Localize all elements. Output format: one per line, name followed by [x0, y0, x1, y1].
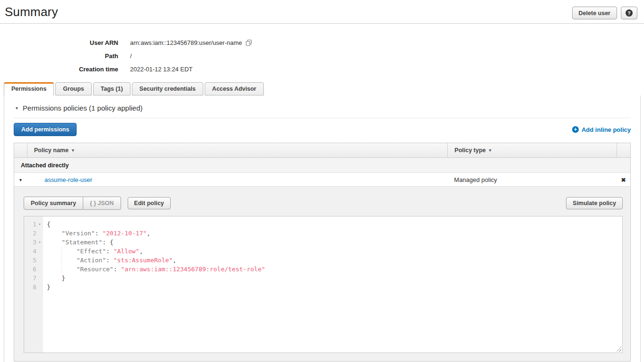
policy-name-link[interactable]: assume-role-user	[44, 176, 92, 183]
policy-type-cell: Managed policy	[447, 176, 617, 183]
line-number: 2	[24, 229, 43, 238]
json-view-button[interactable]: { } JSON	[83, 197, 121, 210]
delete-user-button[interactable]: Delete user	[572, 7, 617, 19]
policy-summary-button[interactable]: Policy summary	[24, 197, 83, 210]
policy-table: Policy name ▾ Policy type ▾ Attached dir…	[14, 143, 631, 362]
user-info-section: User ARN arn:aws:iam::123456789:user/use…	[0, 24, 644, 82]
line-number: 5	[24, 256, 43, 265]
help-button[interactable]: ?	[621, 7, 637, 19]
path-label: Path	[0, 52, 118, 60]
code-line: }	[47, 283, 622, 292]
page-header: Summary Delete user ?	[0, 0, 644, 23]
policy-detail-panel: Policy summary { } JSON Edit policy Simu…	[14, 187, 630, 362]
add-inline-policy-link[interactable]: + Add inline policy	[572, 126, 631, 133]
permissions-tab-panel: ▾ Permissions policies (1 policy applied…	[4, 95, 641, 362]
user-arn-value: arn:aws:iam::123456789:user/user-name	[130, 39, 252, 46]
line-number: 3▾	[24, 238, 43, 247]
policy-actions-cell: ✖	[617, 176, 630, 183]
sort-caret-icon: ▾	[72, 148, 74, 153]
line-number: 4	[24, 247, 43, 256]
column-header-policy-type[interactable]: Policy type ▾	[447, 143, 617, 157]
code-line: {	[47, 220, 622, 229]
header-actions: Delete user ?	[572, 7, 637, 19]
editor-code: { "Version": "2012-10-17", "Statement": …	[43, 216, 622, 353]
path-value: /	[130, 52, 132, 60]
plus-circle-icon: +	[572, 126, 579, 133]
policy-name-cell: assume-role-user	[27, 176, 447, 183]
editor-gutter: 1▾23▾45678	[24, 216, 43, 353]
info-row-user-arn: User ARN arn:aws:iam::123456789:user/use…	[0, 36, 644, 49]
fold-caret-icon[interactable]: ▾	[36, 220, 43, 229]
policy-table-header: Policy name ▾ Policy type ▾	[14, 143, 630, 158]
creation-time-value: 2022-01-12 13:24 EDT	[130, 66, 192, 73]
expander-column-header	[14, 143, 27, 157]
line-number: 6	[24, 265, 43, 274]
sort-caret-icon: ▾	[489, 148, 491, 153]
creation-time-label: Creation time	[0, 66, 118, 73]
permissions-policies-section-header[interactable]: ▾ Permissions policies (1 policy applied…	[14, 95, 631, 118]
actions-column-header	[617, 143, 630, 157]
copy-icon[interactable]	[245, 39, 252, 46]
section-heading-label: Permissions policies (1 policy applied)	[23, 104, 142, 112]
code-line: "Effect": "Allow",	[47, 247, 622, 256]
info-row-creation-time: Creation time 2022-01-12 13:24 EDT	[0, 62, 644, 76]
user-arn-label: User ARN	[0, 39, 118, 46]
fold-caret-icon[interactable]: ▾	[36, 238, 43, 247]
tab-access-advisor[interactable]: Access Advisor	[205, 82, 264, 95]
tab-groups[interactable]: Groups	[55, 82, 91, 95]
tab-security-credentials[interactable]: Security credentials	[132, 82, 203, 95]
code-line: "Resource": "arn:aws:iam::123456789:role…	[47, 265, 622, 274]
column-header-policy-name[interactable]: Policy name ▾	[27, 143, 447, 157]
code-line: "Statement": {	[47, 238, 622, 247]
tab-tags[interactable]: Tags (1)	[93, 82, 131, 95]
code-line: }	[47, 274, 622, 283]
tab-bar: Permissions Groups Tags (1) Security cre…	[0, 82, 644, 95]
row-expander-caret-icon[interactable]: ▾	[14, 177, 27, 182]
code-line: "Version": "2012-10-17",	[47, 229, 622, 238]
tab-permissions[interactable]: Permissions	[4, 82, 54, 96]
line-number: 8	[24, 283, 43, 292]
line-number: 7	[24, 274, 43, 283]
code-line: "Action": "sts:AssumeRole",	[47, 256, 622, 265]
caret-down-icon: ▾	[16, 105, 18, 111]
table-row: ▾ assume-role-user Managed policy ✖	[14, 173, 630, 187]
edit-policy-button[interactable]: Edit policy	[128, 197, 171, 209]
policy-detail-toolbar: Policy summary { } JSON Edit policy Simu…	[24, 197, 623, 210]
group-row-attached-directly: Attached directly	[14, 158, 630, 173]
policy-view-toggle: Policy summary { } JSON	[24, 197, 121, 210]
json-policy-editor[interactable]: 1▾23▾45678 { "Version": "2012-10-17", "S…	[24, 216, 623, 353]
add-permissions-button[interactable]: Add permissions	[14, 123, 77, 136]
question-mark-icon: ?	[626, 9, 633, 17]
page-title: Summary	[5, 5, 58, 19]
info-row-path: Path /	[0, 49, 644, 62]
line-number: 1▾	[24, 220, 43, 229]
remove-policy-x-icon[interactable]: ✖	[621, 177, 626, 183]
simulate-policy-button[interactable]: Simulate policy	[566, 197, 623, 209]
permissions-toolbar: Add permissions + Add inline policy	[14, 118, 631, 143]
add-inline-policy-label: Add inline policy	[582, 126, 631, 133]
